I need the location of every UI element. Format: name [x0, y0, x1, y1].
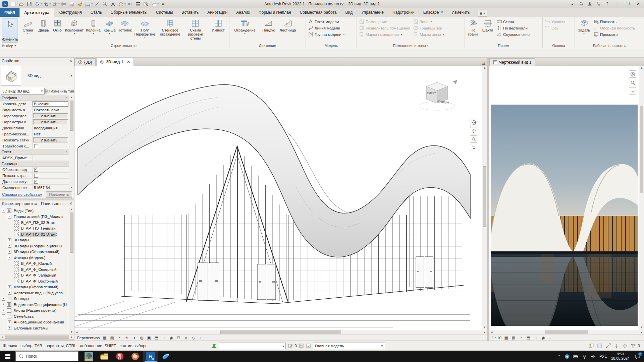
- wall-opening-button[interactable]: Стена: [496, 18, 531, 25]
- default-3d-view-icon[interactable]: [117, 1, 125, 7]
- render-icon[interactable]: ◍: [139, 335, 144, 341]
- print-icon[interactable]: [60, 1, 68, 7]
- viewport-vscrollbar[interactable]: ▲▼: [482, 66, 487, 330]
- notifications-bell-icon[interactable]: [577, 1, 585, 7]
- drafting-vscrollbar[interactable]: ▲▼: [639, 66, 644, 330]
- floor-button[interactable]: Пол/Перекрытие▾: [133, 18, 157, 39]
- roof-button[interactable]: Крыша▾: [103, 18, 116, 35]
- railing-button[interactable]: Ограждение▾: [231, 18, 259, 35]
- apply-button[interactable]: Применить: [46, 191, 72, 198]
- edit-inplace-icon[interactable]: [597, 343, 602, 349]
- detail-level-icon[interactable]: ▦: [102, 335, 107, 341]
- design-option-combo[interactable]: Главная модель∨: [313, 343, 385, 349]
- drafting-view-tab[interactable]: Чертежный вид 1: [489, 58, 535, 66]
- curtain-grid-button[interactable]: Схема разрезки стены: [183, 18, 208, 40]
- opening-by-face-button[interactable]: По грани: [466, 18, 480, 36]
- properties-close-icon[interactable]: ✕: [69, 59, 72, 63]
- journal-icon[interactable]: [9, 1, 17, 7]
- design-options-icon[interactable]: [306, 343, 311, 348]
- tab-manage[interactable]: Управление: [357, 8, 388, 17]
- close-button[interactable]: ✕: [633, 0, 643, 8]
- customize-qat-icon[interactable]: [159, 1, 167, 7]
- undo-dropdown-icon[interactable]: ▾: [50, 3, 51, 5]
- tab-collaborate[interactable]: Совместная работа: [296, 8, 341, 17]
- taskbar-app-explorer[interactable]: [97, 351, 112, 362]
- view-tab-3d-default[interactable]: {3D}: [74, 58, 96, 66]
- tree-item[interactable]: В_АР_Ф_Восточный: [1, 278, 69, 284]
- temp-hide-icon[interactable]: ◌: [533, 335, 538, 341]
- shadows-icon[interactable]: ◑: [132, 335, 137, 341]
- tree-item[interactable]: -Виды (Тип): [1, 208, 69, 214]
- select-link-icon[interactable]: [605, 343, 611, 349]
- thin-lines-icon[interactable]: [134, 1, 142, 7]
- drafting-canvas[interactable]: [489, 66, 639, 330]
- visual-style-icon[interactable]: ▤: [511, 335, 516, 341]
- section-graphics[interactable]: Графика»: [0, 95, 69, 101]
- action-center-icon[interactable]: 2: [633, 352, 641, 360]
- discipline-value[interactable]: Координация: [33, 126, 69, 130]
- temp-view-props-icon[interactable]: ⊟: [176, 335, 181, 341]
- revit-logo-icon[interactable]: R: [1, 1, 9, 7]
- select-pinned-icon[interactable]: [614, 343, 619, 349]
- drafting-steering-wheel-icon[interactable]: [629, 70, 636, 78]
- area-tag-button[interactable]: Марка зоны▾: [412, 31, 445, 38]
- tab-massing-site[interactable]: Формы и генплан: [254, 8, 296, 17]
- tree-item-selected[interactable]: В_АР_ПЭ_01 Этаж: [1, 231, 69, 237]
- minimize-button[interactable]: –: [612, 0, 622, 8]
- view-tab-3d-1[interactable]: 3D вид 1 ✕: [96, 58, 133, 66]
- scroll-up-icon[interactable]: ▲: [69, 95, 74, 100]
- pan-icon[interactable]: [470, 127, 477, 134]
- grid-button[interactable]: Ось: [544, 25, 567, 31]
- redo-icon[interactable]: [51, 1, 59, 7]
- selection-filter[interactable]: :0: [631, 343, 640, 349]
- display-options-edit-button[interactable]: Изменить...: [33, 119, 68, 124]
- taskbar-app-swoosh[interactable]: [158, 351, 174, 362]
- show-grids-edit-button[interactable]: Изменить...: [33, 137, 68, 142]
- start-button[interactable]: [0, 351, 15, 362]
- tab-enscape[interactable]: Enscape™: [419, 8, 447, 17]
- browser-scrollbar[interactable]: ▲ ▼: [69, 207, 74, 335]
- room-separator-button[interactable]: Разделитель помещений: [358, 25, 411, 31]
- text-icon[interactable]: [109, 1, 117, 7]
- properties-header[interactable]: Свойства ✕: [0, 58, 74, 64]
- language-indicator[interactable]: РУС: [599, 354, 607, 359]
- workset-combo[interactable]: ∨: [219, 343, 286, 349]
- section-icon[interactable]: [126, 1, 134, 7]
- edit-type-button[interactable]: Изменить тип: [45, 89, 74, 94]
- network-icon[interactable]: [582, 354, 587, 359]
- tree-item[interactable]: +Листы (Раздел проекта): [1, 308, 69, 314]
- stair-button[interactable]: Лестница: [278, 18, 297, 32]
- crop-view-icon[interactable]: ◔: [519, 335, 524, 341]
- analytical-model-icon[interactable]: ⌗: [183, 335, 189, 341]
- tree-item[interactable]: +Легенды: [1, 296, 69, 302]
- browser-hscrollbar[interactable]: ◄►: [0, 335, 74, 339]
- close-hidden-windows-icon[interactable]: [142, 1, 150, 7]
- tray-expand-icon[interactable]: ⌃: [558, 354, 561, 359]
- drafting-hscrollbar[interactable]: ◄►: [489, 330, 644, 335]
- tree-item[interactable]: +Фасады (Оформленный): [1, 284, 69, 290]
- model-canvas[interactable]: Слева Спереди: [74, 66, 482, 330]
- sun-path-icon[interactable]: ◔: [117, 335, 122, 341]
- open-icon[interactable]: [17, 1, 25, 7]
- ramp-button[interactable]: Пандус: [260, 18, 277, 32]
- curtain-system-button[interactable]: Стеновое ограждение: [158, 18, 182, 36]
- viewport-hscrollbar[interactable]: ◄►: [74, 330, 487, 335]
- tag-icon[interactable]: 1: [101, 1, 109, 7]
- maximize-button[interactable]: ❐: [623, 0, 633, 8]
- tree-item[interactable]: -Семейства: [1, 313, 69, 319]
- tab-analyze[interactable]: Анализ: [232, 8, 254, 17]
- undo-icon[interactable]: [42, 1, 50, 7]
- detail-level-icon[interactable]: ▦: [504, 335, 509, 341]
- tree-item[interactable]: В_АР_ПЭ_Генплан: [1, 226, 69, 232]
- aligned-dimension-icon[interactable]: [84, 1, 92, 7]
- constraints-icon[interactable]: ◇: [191, 335, 196, 341]
- scroll-down-icon[interactable]: ▼: [69, 185, 74, 190]
- tree-item[interactable]: В_АР_Ф_Южный: [1, 261, 69, 267]
- reveal-hidden-icon[interactable]: ◉: [541, 335, 546, 341]
- column-button[interactable]: Колонна▾: [85, 18, 102, 35]
- group-rooms[interactable]: Помещения и зоны▾: [357, 43, 465, 48]
- battery-icon[interactable]: [573, 354, 578, 359]
- close-view-icon[interactable]: ✕: [127, 60, 130, 64]
- properties-scrollbar[interactable]: ▲ ▼: [69, 95, 74, 190]
- model-line-icon[interactable]: [93, 1, 101, 7]
